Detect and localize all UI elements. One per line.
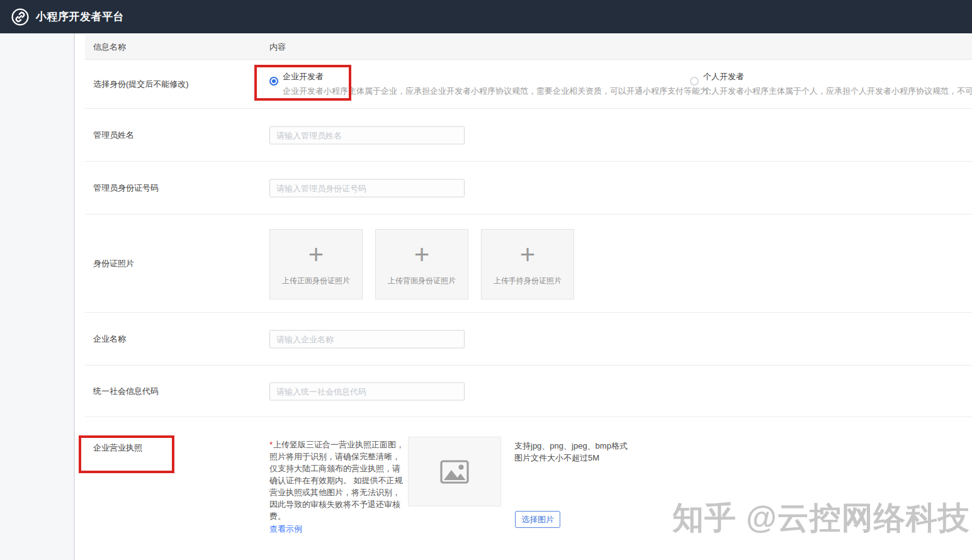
- highlight-box-license-label: [79, 435, 174, 473]
- radio-unselected-icon[interactable]: [690, 77, 699, 86]
- radio-selected-icon[interactable]: [269, 77, 278, 86]
- license-image-placeholder[interactable]: [408, 437, 501, 507]
- format-hint-line-1: 支持jpg、png、jpeg、bmp格式: [514, 440, 628, 452]
- required-asterisk: *: [269, 440, 273, 449]
- id-photos-label: 身份证照片: [93, 258, 134, 269]
- plus-icon: +: [414, 242, 430, 267]
- notice-line-3: 仅支持大陆工商颁布的营业执照，请: [269, 462, 405, 474]
- admin-name-row: 管理员姓名: [85, 109, 972, 162]
- radio-enterprise-label: 企业开发者: [283, 71, 716, 82]
- id-photos-row: 身份证照片 + 上传正面身份证照片 + 上传背面身份证照片 + 上传手持身份证照…: [85, 215, 972, 313]
- admin-id-label: 管理员身份证号码: [93, 182, 159, 194]
- notice-line-6: 因此导致的审核失败将不予退还审核: [269, 498, 405, 510]
- format-hints: 支持jpg、png、jpeg、bmp格式 图片文件大小不超过5M: [514, 440, 628, 464]
- sidebar: [0, 33, 75, 560]
- radio-enterprise-desc: 企业开发者小程序主体属于企业，应承担企业开发者小程序协议规范，需要企业相关资质，…: [283, 86, 716, 97]
- upload-id-front-label: 上传正面身份证照片: [282, 276, 350, 286]
- business-license-label: 企业营业执照: [93, 442, 142, 454]
- app-title: 小程序开发者平台: [36, 9, 124, 24]
- notice-line-4: 确认证件在有效期内。 如提供不正规: [269, 474, 405, 486]
- credit-code-input[interactable]: [269, 382, 465, 400]
- radio-option-personal[interactable]: 个人开发者 个人开发者小程序主体属于个人，应承担个人开发者小程序协议规范，不可以…: [690, 69, 972, 97]
- table-header-row: 信息名称 内容: [85, 35, 972, 60]
- view-example-link[interactable]: 查看示例: [269, 523, 302, 535]
- notice-line-2: 照片将用于识别，请确保完整清晰，: [269, 451, 405, 462]
- plus-icon: +: [308, 242, 324, 267]
- identity-row: 选择身份(提交后不能修改) 企业开发者 企业开发者小程序主体属于企业，应承担企业…: [85, 60, 972, 109]
- admin-id-input[interactable]: [269, 179, 465, 197]
- image-icon: [440, 460, 469, 484]
- notice-line-7: 费。: [269, 510, 405, 522]
- column-header-content: 内容: [269, 42, 286, 53]
- company-name-row: 企业名称: [85, 313, 972, 366]
- format-hint-line-2: 图片文件大小不超过5M: [514, 452, 628, 464]
- admin-id-row: 管理员身份证号码: [85, 162, 972, 215]
- radio-personal-desc: 个人开发者小程序主体属于个人，应承担个人开发者小程序协议规范，不可以开通: [703, 86, 972, 97]
- app-logo-icon: [11, 8, 30, 26]
- credit-code-row: 统一社会信息代码: [85, 366, 972, 417]
- upload-id-handheld-label: 上传手持身份证照片: [494, 276, 562, 286]
- credit-code-label: 统一社会信息代码: [93, 386, 159, 397]
- upload-id-handheld-tile[interactable]: + 上传手持身份证照片: [481, 229, 574, 300]
- top-bar: 小程序开发者平台: [0, 0, 972, 33]
- admin-name-label: 管理员姓名: [93, 130, 134, 141]
- form-content: 信息名称 内容 选择身份(提交后不能修改) 企业开发者 企业开发者小程序主体属于…: [76, 33, 972, 560]
- radio-option-enterprise[interactable]: 企业开发者 企业开发者小程序主体属于企业，应承担企业开发者小程序协议规范，需要企…: [269, 69, 716, 97]
- admin-name-input[interactable]: [269, 126, 465, 144]
- plus-icon: +: [520, 242, 536, 267]
- company-name-label: 企业名称: [93, 333, 126, 345]
- choose-image-button[interactable]: 选择图片: [515, 511, 560, 528]
- company-name-input[interactable]: [269, 330, 465, 348]
- radio-personal-label: 个人开发者: [703, 71, 972, 82]
- identity-row-label: 选择身份(提交后不能修改): [93, 79, 189, 90]
- business-license-row: 企业营业执照 *上传竖版三证合一营业执照正面图， 照片将用于识别，请确保完整清晰…: [85, 417, 972, 560]
- notice-line-1: 上传竖版三证合一营业执照正面图，: [273, 440, 404, 449]
- license-notice: *上传竖版三证合一营业执照正面图， 照片将用于识别，请确保完整清晰， 仅支持大陆…: [269, 439, 405, 535]
- upload-id-back-tile[interactable]: + 上传背面身份证照片: [375, 229, 468, 300]
- upload-id-front-tile[interactable]: + 上传正面身份证照片: [269, 229, 363, 300]
- column-header-name: 信息名称: [93, 42, 126, 53]
- upload-id-back-label: 上传背面身份证照片: [388, 276, 456, 286]
- notice-line-5: 营业执照或其他图片，将无法识别，: [269, 486, 405, 498]
